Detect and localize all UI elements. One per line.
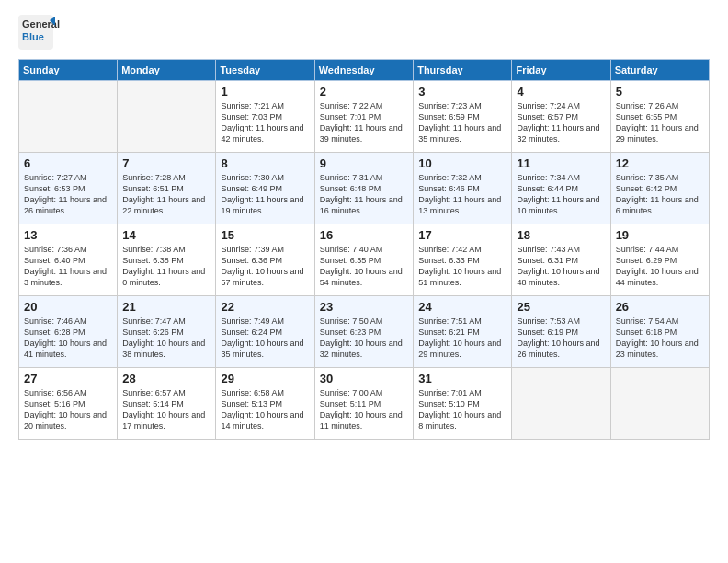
calendar-cell: 1Sunrise: 7:21 AMSunset: 7:03 PMDaylight… [216, 81, 314, 153]
day-number: 11 [517, 156, 605, 170]
week-row-5: 27Sunrise: 6:56 AMSunset: 5:16 PMDayligh… [19, 368, 710, 440]
day-info: Sunrise: 7:54 AMSunset: 6:18 PMDaylight:… [616, 316, 704, 361]
day-info: Sunrise: 7:43 AMSunset: 6:31 PMDaylight:… [517, 244, 605, 289]
calendar-cell: 18Sunrise: 7:43 AMSunset: 6:31 PMDayligh… [512, 224, 610, 296]
day-info: Sunrise: 7:22 AMSunset: 7:01 PMDaylight:… [320, 100, 408, 145]
calendar-cell: 14Sunrise: 7:38 AMSunset: 6:38 PMDayligh… [118, 224, 216, 296]
day-info: Sunrise: 7:27 AMSunset: 6:53 PMDaylight:… [24, 172, 112, 217]
weekday-header-row: Sunday Monday Tuesday Wednesday Thursday… [19, 60, 710, 81]
week-row-3: 13Sunrise: 7:36 AMSunset: 6:40 PMDayligh… [19, 224, 710, 296]
day-info: Sunrise: 7:00 AMSunset: 5:11 PMDaylight:… [320, 387, 408, 432]
day-number: 29 [221, 372, 309, 385]
calendar-cell: 4Sunrise: 7:24 AMSunset: 6:57 PMDaylight… [512, 81, 610, 153]
calendar-cell: 25Sunrise: 7:53 AMSunset: 6:19 PMDayligh… [512, 296, 610, 368]
day-info: Sunrise: 7:39 AMSunset: 6:36 PMDaylight:… [221, 244, 309, 289]
header-thursday: Thursday [414, 60, 512, 81]
day-info: Sunrise: 7:01 AMSunset: 5:10 PMDaylight:… [418, 387, 506, 432]
calendar-cell: 3Sunrise: 7:23 AMSunset: 6:59 PMDaylight… [414, 81, 512, 153]
calendar-cell: 7Sunrise: 7:28 AMSunset: 6:51 PMDaylight… [118, 153, 216, 224]
day-number: 17 [418, 228, 506, 242]
calendar-cell: 22Sunrise: 7:49 AMSunset: 6:24 PMDayligh… [216, 296, 314, 368]
calendar-cell: 29Sunrise: 6:58 AMSunset: 5:13 PMDayligh… [216, 368, 314, 440]
day-info: Sunrise: 6:57 AMSunset: 5:14 PMDaylight:… [122, 387, 210, 432]
calendar-cell: 8Sunrise: 7:30 AMSunset: 6:49 PMDaylight… [216, 153, 314, 224]
calendar-cell: 27Sunrise: 6:56 AMSunset: 5:16 PMDayligh… [19, 368, 118, 440]
day-info: Sunrise: 7:31 AMSunset: 6:48 PMDaylight:… [320, 172, 408, 217]
calendar-cell: 11Sunrise: 7:34 AMSunset: 6:44 PMDayligh… [512, 153, 610, 224]
calendar-cell: 30Sunrise: 7:00 AMSunset: 5:11 PMDayligh… [314, 368, 413, 440]
day-number: 31 [418, 372, 506, 385]
day-number: 3 [418, 85, 506, 98]
day-number: 24 [418, 300, 506, 314]
day-number: 18 [517, 228, 605, 242]
calendar-cell: 31Sunrise: 7:01 AMSunset: 5:10 PMDayligh… [414, 368, 512, 440]
day-info: Sunrise: 7:24 AMSunset: 6:57 PMDaylight:… [517, 100, 605, 145]
calendar-cell: 23Sunrise: 7:50 AMSunset: 6:23 PMDayligh… [314, 296, 413, 368]
calendar-cell: 17Sunrise: 7:42 AMSunset: 6:33 PMDayligh… [414, 224, 512, 296]
calendar-cell: 12Sunrise: 7:35 AMSunset: 6:42 PMDayligh… [610, 153, 709, 224]
day-number: 10 [418, 156, 506, 170]
day-info: Sunrise: 7:53 AMSunset: 6:19 PMDaylight:… [517, 316, 605, 361]
calendar-cell: 5Sunrise: 7:26 AMSunset: 6:55 PMDaylight… [610, 81, 709, 153]
day-info: Sunrise: 7:46 AMSunset: 6:28 PMDaylight:… [24, 316, 112, 361]
day-number: 8 [221, 156, 309, 170]
day-info: Sunrise: 7:23 AMSunset: 6:59 PMDaylight:… [418, 100, 506, 145]
calendar-cell: 16Sunrise: 7:40 AMSunset: 6:35 PMDayligh… [314, 224, 413, 296]
day-number: 30 [320, 372, 408, 385]
day-info: Sunrise: 7:34 AMSunset: 6:44 PMDaylight:… [517, 172, 605, 217]
day-info: Sunrise: 6:56 AMSunset: 5:16 PMDaylight:… [24, 387, 112, 432]
day-number: 5 [616, 85, 704, 98]
day-number: 21 [122, 300, 210, 314]
day-number: 28 [122, 372, 210, 385]
calendar-cell: 26Sunrise: 7:54 AMSunset: 6:18 PMDayligh… [610, 296, 709, 368]
header-wednesday: Wednesday [314, 60, 413, 81]
day-number: 14 [122, 228, 210, 242]
calendar-cell [512, 368, 610, 440]
day-info: Sunrise: 7:30 AMSunset: 6:49 PMDaylight:… [221, 172, 309, 217]
day-number: 27 [24, 372, 112, 385]
day-number: 25 [517, 300, 605, 314]
calendar-cell: 19Sunrise: 7:44 AMSunset: 6:29 PMDayligh… [610, 224, 709, 296]
logo-svg: General Blue [18, 15, 101, 50]
calendar-cell: 6Sunrise: 7:27 AMSunset: 6:53 PMDaylight… [19, 153, 118, 224]
day-info: Sunrise: 7:35 AMSunset: 6:42 PMDaylight:… [616, 172, 704, 217]
calendar-cell: 24Sunrise: 7:51 AMSunset: 6:21 PMDayligh… [414, 296, 512, 368]
day-number: 16 [320, 228, 408, 242]
day-number: 22 [221, 300, 309, 314]
day-number: 15 [221, 228, 309, 242]
day-info: Sunrise: 7:49 AMSunset: 6:24 PMDaylight:… [221, 316, 309, 361]
day-info: Sunrise: 7:38 AMSunset: 6:38 PMDaylight:… [122, 244, 210, 289]
calendar-cell [610, 368, 709, 440]
calendar-cell: 9Sunrise: 7:31 AMSunset: 6:48 PMDaylight… [314, 153, 413, 224]
logo: General Blue [18, 15, 101, 50]
calendar-cell [118, 81, 216, 153]
day-number: 6 [24, 156, 112, 170]
week-row-1: 1Sunrise: 7:21 AMSunset: 7:03 PMDaylight… [19, 81, 710, 153]
calendar-cell: 20Sunrise: 7:46 AMSunset: 6:28 PMDayligh… [19, 296, 118, 368]
day-info: Sunrise: 7:32 AMSunset: 6:46 PMDaylight:… [418, 172, 506, 217]
header-tuesday: Tuesday [216, 60, 314, 81]
day-info: Sunrise: 6:58 AMSunset: 5:13 PMDaylight:… [221, 387, 309, 432]
page: General Blue Sunday Monday Tuesday Wedne… [0, 0, 728, 449]
week-row-4: 20Sunrise: 7:46 AMSunset: 6:28 PMDayligh… [19, 296, 710, 368]
header-monday: Monday [118, 60, 216, 81]
day-info: Sunrise: 7:47 AMSunset: 6:26 PMDaylight:… [122, 316, 210, 361]
day-number: 12 [616, 156, 704, 170]
header-sunday: Sunday [19, 60, 118, 81]
day-number: 4 [517, 85, 605, 98]
day-number: 7 [122, 156, 210, 170]
day-number: 2 [320, 85, 408, 98]
day-number: 26 [616, 300, 704, 314]
header: General Blue [18, 15, 710, 50]
week-row-2: 6Sunrise: 7:27 AMSunset: 6:53 PMDaylight… [19, 153, 710, 224]
day-info: Sunrise: 7:44 AMSunset: 6:29 PMDaylight:… [616, 244, 704, 289]
day-info: Sunrise: 7:40 AMSunset: 6:35 PMDaylight:… [320, 244, 408, 289]
day-number: 20 [24, 300, 112, 314]
header-friday: Friday [512, 60, 610, 81]
day-number: 13 [24, 228, 112, 242]
day-info: Sunrise: 7:26 AMSunset: 6:55 PMDaylight:… [616, 100, 704, 145]
day-info: Sunrise: 7:28 AMSunset: 6:51 PMDaylight:… [122, 172, 210, 217]
day-number: 9 [320, 156, 408, 170]
calendar: Sunday Monday Tuesday Wednesday Thursday… [18, 59, 710, 440]
day-number: 23 [320, 300, 408, 314]
